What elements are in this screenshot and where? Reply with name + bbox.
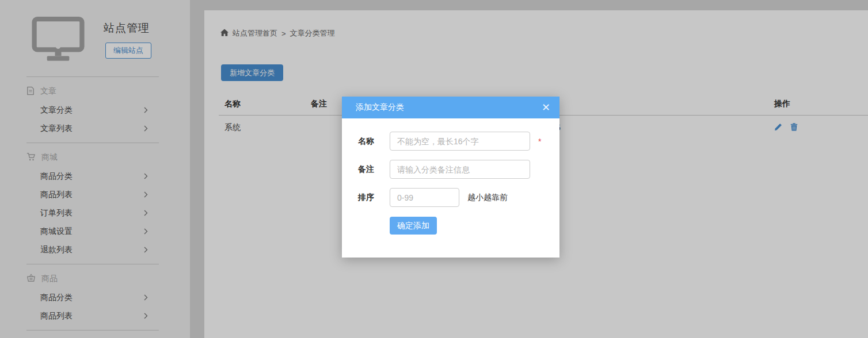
- confirm-add-button[interactable]: 确定添加: [390, 217, 437, 235]
- close-icon[interactable]: ✕: [542, 102, 550, 113]
- sort-field[interactable]: [390, 188, 459, 207]
- modal-title: 添加文章分类: [356, 102, 542, 113]
- sort-field-hint: 越小越靠前: [467, 193, 508, 203]
- name-field-label: 名称: [358, 136, 390, 147]
- form-row-note: 备注: [358, 160, 559, 179]
- modal-header: 添加文章分类 ✕: [342, 97, 559, 118]
- note-field[interactable]: [390, 160, 530, 179]
- add-article-category-modal: 添加文章分类 ✕ 名称 * 备注 排序 越小越靠前 确定添加: [342, 97, 559, 258]
- name-field[interactable]: [390, 132, 530, 151]
- form-row-sort: 排序 越小越靠前: [358, 188, 559, 207]
- form-row-name: 名称 *: [358, 132, 559, 151]
- required-asterisk: *: [538, 137, 541, 146]
- note-field-label: 备注: [358, 164, 390, 175]
- site-management-app: 站点管理 编辑站点 文章 文章分类: [0, 0, 868, 338]
- modal-body: 名称 * 备注 排序 越小越靠前 确定添加: [342, 118, 559, 258]
- sort-field-label: 排序: [358, 193, 390, 203]
